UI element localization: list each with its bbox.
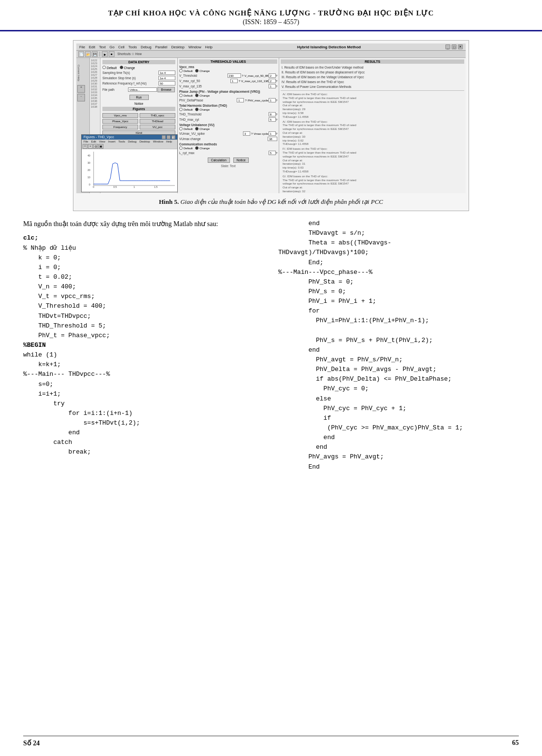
fig-btn-vu-pcc[interactable]: VU_pcc xyxy=(140,125,175,129)
menu-file[interactable]: File xyxy=(79,45,85,49)
result-item-1[interactable]: I. Results of IDM bases on the Over/Unde… xyxy=(281,65,464,70)
notice-button2[interactable]: Notice xyxy=(233,157,249,163)
svg-text:0.5: 0.5 xyxy=(114,186,117,188)
fig-menu-tools[interactable]: Tools xyxy=(118,140,125,143)
vumax-change-input[interactable] xyxy=(268,137,277,141)
menu-tools[interactable]: Tools xyxy=(128,45,137,49)
sim-stop-input[interactable] xyxy=(158,76,175,80)
fig-window-buttons: x xyxy=(162,135,175,139)
vpcc-default-radio[interactable] xyxy=(179,69,183,72)
minimize-button[interactable]: _ xyxy=(445,44,450,49)
toolbar-new-icon[interactable]: 📄 xyxy=(78,51,84,57)
fig-maximize-btn[interactable] xyxy=(167,135,171,139)
thd-default-label: Default xyxy=(184,108,193,111)
fig-tb-icon-4[interactable]: ▣ xyxy=(99,144,103,149)
thd-threshold-input[interactable] xyxy=(269,112,276,116)
close-button[interactable]: ✕ xyxy=(458,44,463,49)
default-label: Default xyxy=(107,66,117,70)
sampling-input[interactable] xyxy=(158,71,175,75)
menu-debug[interactable]: Debug xyxy=(141,45,151,49)
result-item-2[interactable]: II. Results of IDM bases on the phase di… xyxy=(281,70,464,74)
phv-deltaphase-input[interactable] xyxy=(237,98,244,102)
fig-menu-file[interactable]: File xyxy=(84,140,88,143)
default-radio[interactable] xyxy=(102,66,106,69)
v-max-cyt-50-input[interactable] xyxy=(269,73,276,78)
menu-desktop[interactable]: Desktop xyxy=(171,45,185,49)
vu-change-radio[interactable] xyxy=(195,127,199,130)
fig-minimize-btn[interactable] xyxy=(162,135,166,139)
thd-change-radio[interactable] xyxy=(195,108,199,111)
vmax-cyt-110-input[interactable] xyxy=(269,79,276,83)
maximize-button[interactable]: □ xyxy=(452,44,456,49)
thd-default-change: Default Change xyxy=(179,108,277,111)
result-item-3[interactable]: III. Results of IDM bases on the Voltage… xyxy=(281,75,464,79)
menu-edit[interactable]: Edit xyxy=(89,45,95,49)
v-max-cyt-135-row: V_max_cyt_135 ? xyxy=(179,84,277,88)
comm-change-radio[interactable] xyxy=(195,146,199,150)
vu-default-radio[interactable] xyxy=(179,127,183,130)
fig-btn-frequency[interactable]: Frequency xyxy=(102,125,138,129)
vu-sep: ? xyxy=(251,132,253,135)
l-cyt-max-input[interactable] xyxy=(269,151,276,155)
run-button[interactable]: Run xyxy=(129,95,149,100)
fig-menu-window[interactable]: Window xyxy=(153,140,163,143)
code-for: for i=i:1:(i+n-1) xyxy=(23,409,264,418)
fig-menu-desktop[interactable]: Desktop xyxy=(140,140,150,143)
vmax-cycle-input2[interactable] xyxy=(269,131,276,136)
menu-help[interactable]: Help xyxy=(205,45,213,49)
fig-btn-vpcc-rms[interactable]: Vpcc_rms xyxy=(102,113,138,118)
menu-cell[interactable]: Cell xyxy=(118,45,125,49)
sidebar-icon-2[interactable]: - xyxy=(77,94,85,101)
vmax-cyt-50-input[interactable] xyxy=(230,79,238,83)
vmax-cyt-135-input[interactable] xyxy=(269,84,276,88)
browse-button[interactable]: Browse xyxy=(157,87,175,92)
fig-tb-icon-3[interactable]: ◎ xyxy=(93,144,98,149)
fig-tb-icon-2[interactable]: + xyxy=(88,144,93,149)
fig-menu-view[interactable]: View xyxy=(99,140,105,143)
menu-window[interactable]: Window xyxy=(188,45,201,49)
fig-btn-phase-vpcc[interactable]: Phase_Vpcc xyxy=(102,119,138,124)
thd-threshold-row: THD_Threshold ? xyxy=(179,112,277,116)
sidebar-icon-1[interactable]: + xyxy=(77,85,85,93)
v-threshold-input[interactable] xyxy=(228,73,241,78)
fig-window-toolbar: □ + ◎ ▣ xyxy=(82,143,177,149)
fig-tb-icon-1[interactable]: □ xyxy=(83,144,87,149)
calculation-button[interactable]: Calculation xyxy=(208,157,230,163)
fig-menu-edit[interactable]: Edit xyxy=(91,140,96,143)
comm-section-title: Communication methods xyxy=(179,143,277,146)
fig-menu-debug[interactable]: Debug xyxy=(128,140,137,143)
figure-container: File Edit Text Go Cell Tools Debug Paral… xyxy=(73,40,469,211)
toolbar-stop-icon[interactable]: ■ xyxy=(109,51,114,57)
toolbar-save-icon[interactable]: 💾 xyxy=(92,51,98,57)
toolbar-divider xyxy=(100,52,100,57)
menu-go[interactable]: Go xyxy=(110,45,114,49)
fig-close-btn[interactable]: x xyxy=(171,135,175,139)
result-item-5[interactable]: V. Results of Power Line Communication M… xyxy=(281,85,464,89)
vpcc-change-radio[interactable] xyxy=(195,69,199,72)
thd-max-cyt-input[interactable] xyxy=(269,117,276,122)
fig-btn-thd-vpcc[interactable]: THD_vpcc xyxy=(140,113,175,118)
phv-max-cycle-input[interactable] xyxy=(269,98,276,102)
menu-text[interactable]: Text xyxy=(99,45,106,49)
file-path-input[interactable] xyxy=(128,87,157,92)
results-title: RESULTS xyxy=(281,59,464,64)
toolbar-open-icon[interactable]: 📂 xyxy=(85,51,91,57)
thd-max-cyt-row: THD_max_cyt ? xyxy=(179,117,277,122)
phase-default-radio[interactable] xyxy=(179,94,183,97)
code-phv-cyc-inc: PhV_cyc = PhV_cyc + 1; xyxy=(278,404,519,414)
result-item-4[interactable]: IV. Results of IDM bases on the THD of V… xyxy=(281,80,464,84)
thd-default-radio[interactable] xyxy=(179,108,183,111)
ref-freq-input[interactable] xyxy=(158,81,175,86)
vumax-spike-input[interactable] xyxy=(243,131,250,136)
menu-parallel[interactable]: Parallel xyxy=(155,45,167,49)
ref-freq-row: Reference Frequency f_ref (Hz) xyxy=(102,81,175,86)
comm-default-radio[interactable] xyxy=(179,146,183,150)
phase-change-radio[interactable] xyxy=(195,94,199,97)
fig-menu-help[interactable]: Help xyxy=(166,140,172,143)
fig-btn-thdload[interactable]: THDload xyxy=(140,119,175,124)
toolbar-run-icon[interactable]: ▶ xyxy=(102,51,108,57)
sim-stop-row: Simulation Stop time (s) xyxy=(102,76,175,80)
change-radio[interactable] xyxy=(120,66,123,69)
fig-menu-insert[interactable]: Insert xyxy=(108,140,115,143)
code-block-left: clc; % Nhập dữ liệu k = 0; i = 0; t = 0.… xyxy=(23,233,264,457)
